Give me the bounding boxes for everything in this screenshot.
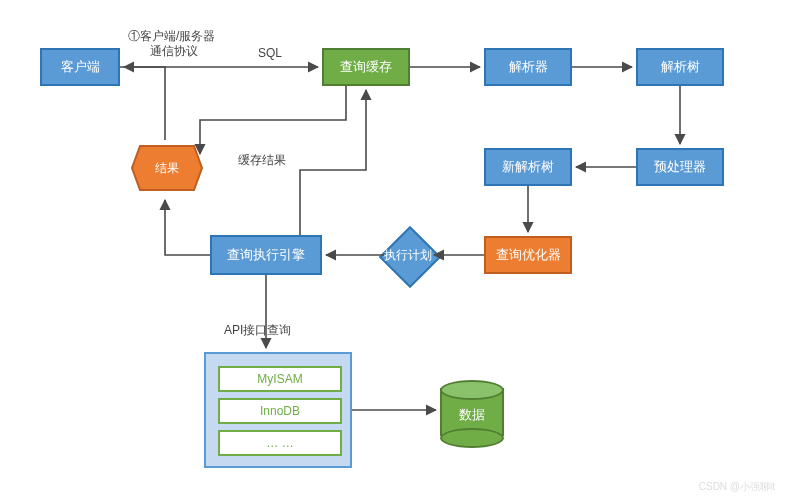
exec-engine-node: 查询执行引擎	[210, 235, 322, 275]
watermark: CSDN @小强聊it	[699, 480, 775, 494]
parse-tree-node: 解析树	[636, 48, 724, 86]
query-cache-label: 查询缓存	[340, 58, 392, 76]
exec-plan-node	[379, 226, 441, 288]
parse-tree-label: 解析树	[661, 58, 700, 76]
data-cylinder: 数据	[440, 380, 504, 444]
api-query-label: API接口查询	[224, 322, 291, 339]
arrow-engine-result	[165, 200, 210, 255]
data-label: 数据	[459, 407, 485, 422]
result-shape	[130, 140, 204, 196]
new-parse-tree-label: 新解析树	[502, 158, 554, 176]
optimizer-node: 查询优化器	[484, 236, 572, 274]
client-label: 客户端	[61, 58, 100, 76]
arrow-engine-cache	[300, 90, 366, 235]
engine-etc: … …	[218, 430, 342, 456]
sql-label: SQL	[258, 46, 282, 60]
parser-node: 解析器	[484, 48, 572, 86]
exec-engine-label: 查询执行引擎	[227, 246, 305, 264]
storage-engines-group: MyISAM InnoDB … …	[204, 352, 352, 468]
optimizer-label: 查询优化器	[496, 246, 561, 264]
arrow-cache-result	[200, 86, 346, 154]
query-cache-node: 查询缓存	[322, 48, 410, 86]
parser-label: 解析器	[509, 58, 548, 76]
arrow-result-client	[124, 67, 165, 140]
new-parse-tree-node: 新解析树	[484, 148, 572, 186]
client-node: 客户端	[40, 48, 120, 86]
preprocessor-node: 预处理器	[636, 148, 724, 186]
protocol-label-sub: 通信协议	[150, 43, 198, 60]
cached-result-label: 缓存结果	[238, 152, 286, 169]
preprocessor-label: 预处理器	[654, 158, 706, 176]
engine-innodb: InnoDB	[218, 398, 342, 424]
engine-myisam: MyISAM	[218, 366, 342, 392]
svg-marker-0	[132, 146, 202, 190]
